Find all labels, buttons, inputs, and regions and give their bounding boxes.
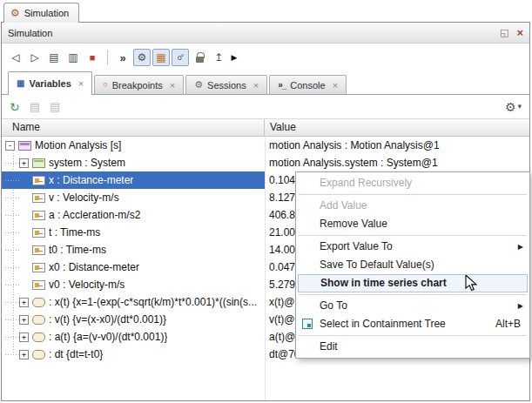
console-panel-button[interactable]: ▥ bbox=[64, 49, 82, 66]
row-label: v0 : Velocity-m/s bbox=[49, 279, 125, 291]
table-row[interactable]: + system : System motion Analysis.system… bbox=[2, 154, 529, 171]
simulation-options-button[interactable]: ⚙ bbox=[133, 49, 151, 66]
console-icon: »_ bbox=[278, 81, 286, 90]
tree-guide bbox=[5, 180, 19, 181]
part-property-icon bbox=[32, 158, 45, 168]
export-button[interactable]: ↥ bbox=[210, 49, 227, 66]
row-label: v : Velocity-m/s bbox=[49, 191, 119, 204]
row-value[interactable]: motion Analysis : Motion Analysis@1 bbox=[265, 137, 529, 154]
refresh-button[interactable]: ↻ bbox=[10, 101, 20, 113]
tab-label: Sessions bbox=[207, 80, 246, 91]
constraint-property-icon bbox=[32, 315, 45, 325]
chevrons-icon: » bbox=[114, 49, 131, 66]
sessions-icon: ⚙ bbox=[194, 80, 203, 90]
constraint-property-icon bbox=[32, 332, 45, 342]
value-property-icon bbox=[32, 228, 45, 238]
tree-guide bbox=[5, 163, 19, 164]
column-header-name: Name bbox=[2, 119, 265, 136]
table-header: Name Value bbox=[2, 118, 529, 137]
menu-item-add-value: Add Value bbox=[296, 197, 529, 215]
row-label: t : Time-ms bbox=[49, 226, 100, 238]
row-label: t0 : Time-ms bbox=[49, 244, 106, 256]
menu-separator bbox=[299, 194, 527, 195]
menu-item-label: Select in Containment Tree bbox=[320, 318, 446, 330]
toolbar-expand-icon[interactable]: ▶ bbox=[229, 49, 239, 66]
mouse-cursor bbox=[465, 275, 478, 292]
menu-item-remove-value[interactable]: Remove Value bbox=[296, 215, 529, 233]
menu-item-go-to[interactable]: Go To ▶ bbox=[296, 297, 529, 315]
chevron-down-icon: ▾ bbox=[517, 103, 522, 111]
breakpoints-icon: ○ bbox=[103, 81, 107, 89]
animation-toggle-button[interactable]: ▦ bbox=[152, 49, 170, 66]
row-label: a : Accleration-m/s2 bbox=[49, 209, 140, 221]
tab-strip: ▦ Variables × ○ Breakpoints × ⚙ Sessions… bbox=[2, 71, 529, 95]
close-window-button[interactable]: × bbox=[516, 27, 523, 38]
menu-item-edit[interactable]: Edit bbox=[296, 338, 529, 356]
simulation-panel: ⚙ Simulation Simulation ◱ × ◁ ▷ ▤ ▥ ■ » … bbox=[0, 0, 532, 403]
analysis-config-icon bbox=[18, 141, 31, 151]
tab-console[interactable]: »_ Console × bbox=[269, 75, 347, 94]
row-label: : dt {dt=t-t0} bbox=[49, 348, 103, 360]
tab-close-icon[interactable]: × bbox=[78, 78, 84, 89]
row-label: : a(t) {a=(v-v0)/(dt*0.001)} bbox=[49, 331, 167, 343]
row-value[interactable]: motion Analysis.system : System@1 bbox=[265, 154, 529, 171]
tab-label: Console bbox=[290, 80, 325, 91]
variables-toolbar: ↻ ▤ ▤ ⚙ ▾ bbox=[2, 95, 529, 118]
tab-close-icon[interactable]: × bbox=[253, 80, 259, 91]
tab-breakpoints[interactable]: ○ Breakpoints × bbox=[94, 75, 184, 94]
tab-sessions[interactable]: ⚙ Sessions × bbox=[185, 75, 267, 94]
menu-item-expand-recursively: Expand Recursively bbox=[296, 174, 529, 192]
window-titlebar: Simulation ◱ × bbox=[2, 23, 529, 44]
expand-icon[interactable]: + bbox=[19, 298, 29, 307]
time-series-toggle-button[interactable]: o° bbox=[172, 49, 189, 66]
dock-tab-label: Simulation bbox=[24, 8, 69, 18]
dock-tab-simulation[interactable]: ⚙ Simulation bbox=[3, 3, 79, 23]
simulation-gear-icon: ⚙ bbox=[10, 8, 20, 18]
expand-icon[interactable]: + bbox=[19, 350, 29, 359]
tab-close-icon[interactable]: × bbox=[333, 80, 338, 91]
row-label: : x(t) {x=1-(exp(-c*sqrt(k/m)*t*0.001)*(… bbox=[49, 296, 257, 308]
row-label: x : Distance-meter bbox=[49, 174, 133, 186]
tree-guide bbox=[5, 267, 19, 268]
float-window-button[interactable]: ◱ bbox=[500, 28, 508, 37]
collapse-icon[interactable]: - bbox=[5, 141, 15, 151]
column-header-value: Value bbox=[265, 119, 529, 136]
tree-guide bbox=[5, 250, 19, 251]
table-row[interactable]: - Motion Analysis [s] motion Analysis : … bbox=[2, 137, 529, 154]
export-variables-button: ▤ bbox=[30, 101, 40, 112]
terminate-button[interactable]: ■ bbox=[84, 49, 101, 66]
tree-guide bbox=[5, 285, 19, 285]
expand-icon[interactable]: + bbox=[19, 158, 29, 168]
row-label: system : System bbox=[49, 157, 125, 169]
menu-separator bbox=[299, 335, 527, 336]
table-options-button[interactable]: ⚙ ▾ bbox=[505, 101, 522, 113]
menu-item-show-in-time-series-chart[interactable]: Show in time series chart bbox=[298, 274, 528, 292]
tree-guide bbox=[5, 302, 19, 303]
row-label: : v(t) {v=(x-x0)/(dt*0.001)} bbox=[49, 313, 166, 326]
import-variables-button: ▤ bbox=[50, 101, 60, 112]
row-label: Motion Analysis [s] bbox=[35, 139, 121, 151]
window-title: Simulation bbox=[8, 28, 52, 38]
expand-icon[interactable]: + bbox=[19, 315, 29, 325]
constraint-property-icon bbox=[32, 298, 45, 307]
tab-close-icon[interactable]: × bbox=[170, 80, 175, 91]
step-button[interactable]: ◁ bbox=[7, 49, 24, 66]
menu-separator bbox=[299, 235, 527, 236]
play-button[interactable]: ▷ bbox=[26, 49, 44, 66]
menu-item-save-to-default-values[interactable]: Save To Default Value(s) bbox=[296, 256, 529, 274]
tree-guide bbox=[5, 198, 19, 198]
menu-item-export-value-to[interactable]: Export Value To ▶ bbox=[296, 238, 529, 256]
gear-icon: ⚙ bbox=[505, 101, 516, 113]
tree-guide bbox=[5, 215, 19, 216]
tree-guide bbox=[5, 319, 19, 320]
expand-icon[interactable]: + bbox=[19, 332, 29, 342]
context-menu: Expand Recursively Add Value Remove Valu… bbox=[295, 171, 530, 359]
lock-button[interactable] bbox=[191, 49, 208, 66]
tab-variables[interactable]: ▦ Variables × bbox=[8, 71, 92, 95]
sessions-panel-button[interactable]: ▤ bbox=[45, 49, 63, 66]
tab-label: Breakpoints bbox=[112, 80, 163, 91]
tree-guide bbox=[5, 232, 19, 233]
tab-label: Variables bbox=[29, 78, 71, 89]
tree-guide bbox=[5, 354, 19, 355]
menu-item-select-in-containment-tree[interactable]: Select in Containment Tree Alt+B bbox=[296, 315, 529, 333]
